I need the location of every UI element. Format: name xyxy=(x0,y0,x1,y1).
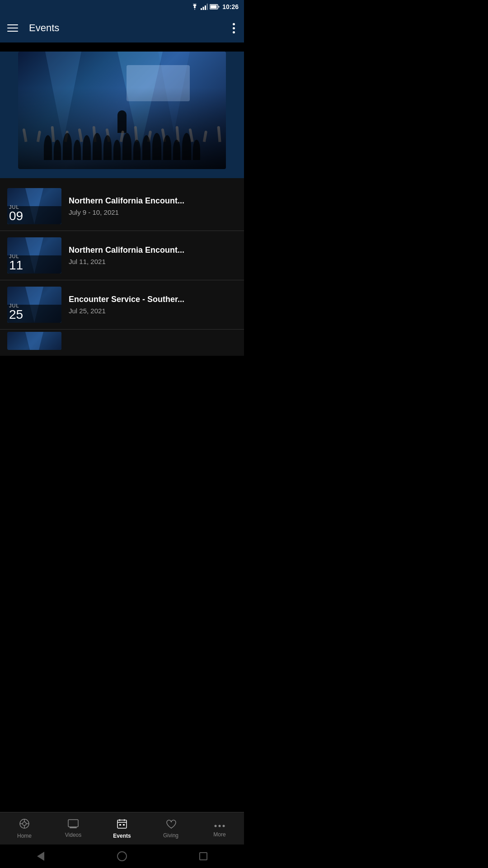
svg-rect-2 xyxy=(205,5,206,10)
signal-icon xyxy=(201,4,208,10)
event-item-3[interactable]: JUL 25 Encounter Service - Souther... Ju… xyxy=(0,280,244,330)
event-info-1: Northern California Encount... July 9 - … xyxy=(69,196,237,217)
hero-section xyxy=(0,52,244,178)
event-date-overlay-1: JUL 09 xyxy=(9,204,23,222)
overflow-menu-button[interactable] xyxy=(231,21,237,35)
event-title-1: Northern California Encount... xyxy=(69,196,237,206)
event-item-1[interactable]: JUL 09 Northern California Encount... Ju… xyxy=(0,182,244,231)
event-title-4 xyxy=(69,335,237,344)
event-thumbnail-1: JUL 09 xyxy=(7,188,61,224)
event-day-2: 11 xyxy=(9,259,23,272)
svg-rect-0 xyxy=(201,8,202,10)
event-thumbnail-2: JUL 11 xyxy=(7,237,61,274)
event-thumbnail-3: JUL 25 xyxy=(7,287,61,323)
event-info-2: Northern California Encount... Jul 11, 2… xyxy=(69,245,237,266)
event-date-3: Jul 25, 2021 xyxy=(69,307,237,315)
event-thumbnail-4 xyxy=(7,332,61,350)
event-date-overlay-3: JUL 25 xyxy=(9,303,23,321)
wifi-icon xyxy=(191,4,199,10)
event-info-4 xyxy=(69,335,237,346)
event-date-1: July 9 - 10, 2021 xyxy=(69,208,237,216)
hero-image xyxy=(18,52,226,169)
event-day-3: 25 xyxy=(9,308,23,321)
event-info-3: Encounter Service - Souther... Jul 25, 2… xyxy=(69,295,237,315)
page-title: Events xyxy=(29,22,224,34)
status-bar: 10:26 xyxy=(0,0,244,14)
svg-rect-1 xyxy=(203,7,204,10)
event-title-3: Encounter Service - Souther... xyxy=(69,295,237,305)
event-item-2[interactable]: JUL 11 Northern California Encount... Ju… xyxy=(0,231,244,280)
clock: 10:26 xyxy=(222,3,239,10)
event-day-1: 09 xyxy=(9,210,23,222)
battery-icon xyxy=(210,4,220,10)
event-item-4-partial[interactable] xyxy=(0,330,244,352)
svg-rect-3 xyxy=(207,4,208,10)
event-date-overlay-2: JUL 11 xyxy=(9,254,23,272)
app-header: Events xyxy=(0,14,244,42)
event-list: JUL 09 Northern California Encount... Ju… xyxy=(0,178,244,356)
event-date-2: Jul 11, 2021 xyxy=(69,258,237,265)
status-icons xyxy=(191,4,220,10)
svg-rect-5 xyxy=(211,5,217,9)
menu-button[interactable] xyxy=(7,24,18,32)
event-title-2: Northern California Encount... xyxy=(69,245,237,255)
